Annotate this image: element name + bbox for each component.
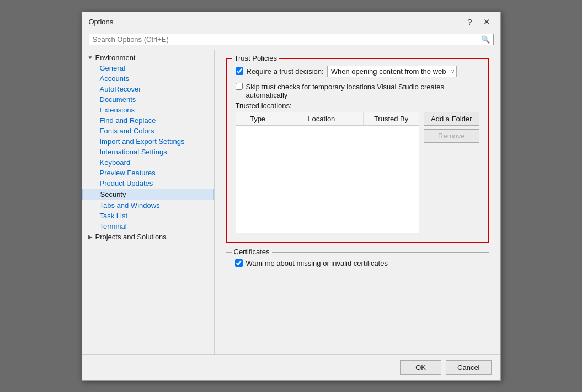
dialog-title: Options	[89, 18, 114, 26]
sidebar-item-task-list[interactable]: Task List	[82, 211, 214, 221]
sidebar-item-documents[interactable]: Documents	[82, 94, 214, 105]
sidebar-item-international-label: International Settings	[87, 148, 167, 156]
sidebar-item-extensions[interactable]: Extensions	[82, 105, 214, 115]
sidebar-item-import-export-label: Import and Export Settings	[87, 137, 185, 146]
sidebar-item-tabs-windows[interactable]: Tabs and Windows	[82, 200, 214, 211]
sidebar-item-keyboard[interactable]: Keyboard	[82, 157, 214, 168]
table-header-trusted-by: Trusted By	[364, 112, 419, 125]
sidebar-item-international[interactable]: International Settings	[82, 147, 214, 157]
sidebar-item-preview-label: Preview Features	[87, 169, 156, 177]
close-button[interactable]: ✕	[480, 17, 494, 27]
trusted-locations-label: Trusted locations:	[236, 101, 479, 110]
trust-dropdown-wrap: When opening content from the web Always…	[327, 66, 457, 77]
sidebar-projects-label: Projects and Solutions	[95, 233, 167, 241]
certificates-section: Certificates Warn me about missing or in…	[226, 252, 489, 282]
add-folder-button[interactable]: Add a Folder	[424, 112, 479, 126]
table-actions: Add a Folder Remove	[424, 112, 479, 233]
trusted-table-wrap: Type Location Trusted By Add a Folder Re…	[236, 112, 479, 233]
options-dialog: Options ? ✕ 🔍 ▼ Environment General Acco…	[82, 12, 501, 381]
sidebar-item-find-replace[interactable]: Find and Replace	[82, 115, 214, 126]
warn-certs-checkbox[interactable]	[235, 259, 243, 267]
sidebar-item-accounts-label: Accounts	[87, 74, 129, 83]
ok-button[interactable]: OK	[400, 360, 441, 375]
title-bar: Options ? ✕	[82, 12, 500, 30]
sidebar-item-preview[interactable]: Preview Features	[82, 168, 214, 178]
sidebar-item-security[interactable]: Security	[82, 189, 214, 200]
sidebar-item-product-updates[interactable]: Product Updates	[82, 178, 214, 189]
expand-icon-projects: ▶	[87, 233, 94, 240]
require-trust-row: Require a trust decision: When opening c…	[236, 66, 479, 77]
help-button[interactable]: ?	[464, 17, 475, 27]
skip-trust-row: Skip trust checks for temporary location…	[236, 83, 479, 99]
sidebar-item-accounts[interactable]: Accounts	[82, 73, 214, 84]
sidebar-item-general-label: General	[87, 64, 125, 72]
sidebar-item-autorecover-label: AutoRecover	[87, 85, 141, 93]
sidebar-item-keyboard-label: Keyboard	[87, 158, 131, 167]
main-content: ▼ Environment General Accounts AutoRecov…	[82, 50, 500, 354]
trusted-table: Type Location Trusted By	[236, 112, 420, 233]
cancel-button[interactable]: Cancel	[446, 360, 491, 375]
search-icon: 🔍	[481, 35, 490, 44]
bottom-bar: OK Cancel	[82, 354, 500, 380]
certificates-section-label: Certificates	[232, 248, 272, 256]
skip-trust-checkbox[interactable]	[236, 83, 243, 90]
sidebar-item-security-label: Security	[87, 190, 126, 198]
sidebar-item-import-export[interactable]: Import and Export Settings	[82, 136, 214, 147]
search-bar: 🔍	[82, 30, 500, 50]
table-header: Type Location Trusted By	[236, 112, 419, 126]
right-panel: Trust Policies Require a trust decision:…	[215, 50, 500, 354]
trust-policies-section: Trust Policies Require a trust decision:…	[226, 58, 489, 243]
sidebar-item-tabs-windows-label: Tabs and Windows	[87, 201, 160, 210]
expand-icon-environment: ▼	[87, 53, 94, 61]
sidebar-section-environment[interactable]: ▼ Environment	[82, 52, 214, 63]
sidebar-environment-label: Environment	[95, 53, 136, 62]
require-trust-checkbox[interactable]	[236, 67, 243, 75]
warn-certs-label: Warn me about missing or invalid certifi…	[246, 259, 388, 267]
sidebar-section-projects[interactable]: ▶ Projects and Solutions	[82, 232, 214, 242]
sidebar-item-product-updates-label: Product Updates	[87, 179, 153, 187]
title-bar-buttons: ? ✕	[464, 17, 493, 27]
sidebar-item-task-list-label: Task List	[87, 212, 128, 220]
sidebar-item-terminal-label: Terminal	[87, 222, 127, 230]
sidebar-item-general[interactable]: General	[82, 63, 214, 73]
sidebar-item-terminal[interactable]: Terminal	[82, 221, 214, 232]
search-input-wrap: 🔍	[89, 34, 494, 45]
sidebar-item-documents-label: Documents	[87, 95, 136, 104]
trust-dropdown[interactable]: When opening content from the web Always…	[327, 66, 457, 77]
trust-policies-label: Trust Policies	[232, 54, 280, 62]
sidebar: ▼ Environment General Accounts AutoRecov…	[82, 50, 215, 354]
search-input[interactable]	[93, 35, 481, 44]
sidebar-item-fonts-colors[interactable]: Fonts and Colors	[82, 126, 214, 136]
skip-trust-label: Skip trust checks for temporary location…	[246, 83, 479, 99]
table-header-location: Location	[280, 112, 364, 125]
sidebar-item-find-replace-label: Find and Replace	[87, 116, 156, 125]
sidebar-item-fonts-colors-label: Fonts and Colors	[87, 127, 154, 135]
warn-certs-row: Warn me about missing or invalid certifi…	[235, 259, 480, 267]
require-trust-label: Require a trust decision:	[247, 67, 324, 76]
sidebar-item-autorecover[interactable]: AutoRecover	[82, 84, 214, 94]
table-header-type: Type	[236, 112, 280, 125]
remove-button[interactable]: Remove	[424, 129, 479, 143]
sidebar-item-extensions-label: Extensions	[87, 106, 135, 114]
table-body	[236, 126, 419, 225]
